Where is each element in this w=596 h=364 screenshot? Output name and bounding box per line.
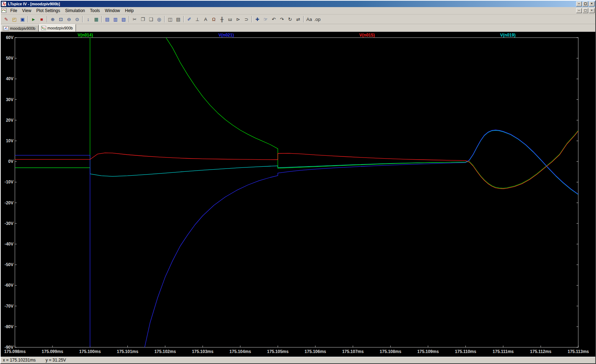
menu-help[interactable]: Help [122,7,136,14]
menu-window[interactable]: Window [103,7,123,14]
y-axis-tick-label: 50V [6,56,13,61]
zoom-out-button[interactable]: ⊖ [65,15,73,23]
capacitor-button[interactable]: ╫ [218,15,226,23]
drag-button[interactable]: ☞ [261,15,270,23]
y-axis-tick-label: 0V [8,159,13,164]
ltspice-window: LTspice IV - [moodzpiv900b] – ▢ × File V… [0,0,596,364]
y-axis-tick-label: 30V [6,97,13,102]
cut-button[interactable]: ✂ [131,15,139,23]
rotate-button[interactable]: ↻ [286,15,294,23]
x-axis-tick-label: 175.108ms [380,349,401,354]
rotate-icon: ↻ [288,17,292,22]
tile-horizontal-icon: ▥ [113,17,117,22]
tile-cascade-button[interactable]: ▤ [103,15,111,23]
y-axis-tick-label: -80V [5,324,13,329]
y-axis-tick-label: 10V [6,138,13,143]
undo-icon: ↶ [272,17,276,22]
x-axis-tick-label: 175.103ms [192,349,214,354]
trace-label-V(n019)[interactable]: V(n019) [500,33,515,38]
run-button[interactable]: ► [29,15,38,23]
undo-button[interactable]: ↶ [270,15,278,23]
wire-button[interactable]: ✐ [185,15,193,23]
open-button[interactable]: ◰ [10,15,18,23]
tab-bar: moodzpiv900b moodzpiv900b [1,24,595,32]
waveform-icon [41,26,46,30]
halt-icon: ■ [40,17,43,22]
x-axis-tick-label: 175.111ms [493,349,514,354]
x-axis-tick-label: 175.104ms [230,349,251,354]
new-schematic-button[interactable]: ✎ [2,15,10,23]
tab-label: moodzpiv900b [48,26,73,30]
close-button[interactable]: × [589,1,595,6]
restore-button[interactable]: ▢ [583,1,588,6]
paste-button[interactable]: ❑ [147,15,155,23]
zoom-in-button[interactable]: ⊕ [49,15,57,23]
tab-schematic-moodzpiv900b[interactable]: moodzpiv900b [1,25,39,32]
move-button[interactable]: ✚ [253,15,261,23]
menu-file[interactable]: File [8,7,20,14]
spice-directive-button[interactable]: .op [313,15,321,23]
x-axis-tick-label: 175.106ms [305,349,326,354]
resistor-button[interactable]: Ω [210,15,218,23]
trace-label-V(n014)[interactable]: V(n014) [78,33,93,38]
zoom-full-extents-button[interactable]: ⊙ [73,15,81,23]
diode-button[interactable]: ⊳ [234,15,242,23]
toolbar: ✎◰▣►■⊕⊡⊖⊙↕▦▤▥▧✂❐❑◎◫▤✐⊥AΩ╫ɯ⊳⊃✚☞↶↷↻⇄Aa.op [1,15,595,24]
text-button[interactable]: Aa [305,15,313,23]
capacitor-icon: ╫ [220,17,224,22]
y-axis-tick-label: -10V [5,180,13,184]
menu-plot-settings[interactable]: Plot Settings [34,7,62,14]
mdi-restore-button[interactable]: ▢ [583,8,588,13]
menu-view[interactable]: View [20,7,34,14]
inductor-button[interactable]: ɯ [226,15,234,23]
zoom-area-button[interactable]: ⊡ [57,15,65,23]
zoom-area-icon: ⊡ [59,17,63,22]
print-button[interactable]: ▤ [174,15,182,23]
label-net-button[interactable]: A [202,15,210,23]
tile-vertical-button[interactable]: ▧ [120,15,128,23]
redo-button[interactable]: ↷ [278,15,286,23]
waveform-pane[interactable]: 60V50V40V30V20V10V0V-10V-20V-30V-40V-50V… [1,32,595,357]
halt-button[interactable]: ■ [38,15,46,23]
y-axis-tick-label: -40V [5,242,13,247]
y-axis-tick-label: -50V [5,262,13,267]
tile-horizontal-button[interactable]: ▥ [111,15,120,23]
tile-cascade-icon: ▤ [105,17,109,22]
redo-icon: ↷ [280,17,284,22]
x-axis-tick-label: 175.107ms [342,349,364,354]
x-axis-tick-label: 175.105ms [267,349,289,354]
menu-tools[interactable]: Tools [88,7,103,14]
toolbar-separator [47,16,48,22]
print-preview-button[interactable]: ◫ [166,15,174,23]
mdi-minimize-button[interactable]: – [576,8,582,13]
ground-button[interactable]: ⊥ [193,15,202,23]
copy-button[interactable]: ❐ [139,15,147,23]
toolbar-separator [129,16,129,22]
component-button[interactable]: ⊃ [242,15,250,23]
trace-label-V(n021)[interactable]: V(n021) [219,33,234,38]
minimize-button[interactable]: – [576,1,582,6]
x-axis-tick-label: 175.100ms [79,349,101,354]
menu-simulation[interactable]: Simulation [63,7,88,14]
tab-waveform-moodzpiv900b[interactable]: moodzpiv900b [39,24,76,32]
new-schematic-icon: ✎ [4,17,8,22]
autorange-y-axis-button[interactable]: ↕ [84,15,92,23]
mirror-button[interactable]: ⇄ [294,15,302,23]
title-bar: LTspice IV - [moodzpiv900b] – ▢ × [1,1,595,7]
resistor-icon: Ω [212,17,216,22]
plot-settings-button[interactable]: ▦ [92,15,100,23]
label-net-icon: A [204,17,207,22]
trace-label-V(n015)[interactable]: V(n015) [359,33,375,38]
find-button[interactable]: ◎ [155,15,163,23]
save-button[interactable]: ▣ [18,15,27,23]
tab-label: moodzpiv900b [10,26,35,31]
y-axis-tick-label: 20V [6,118,13,123]
toolbar-separator [101,16,102,22]
open-icon: ◰ [12,17,16,22]
x-axis-tick-label: 175.112ms [530,349,551,354]
app-icon [1,1,6,6]
run-icon: ► [31,17,36,22]
mdi-close-button[interactable]: × [589,8,595,13]
zoom-out-icon: ⊖ [67,17,71,22]
toolbar-separator [82,16,83,22]
